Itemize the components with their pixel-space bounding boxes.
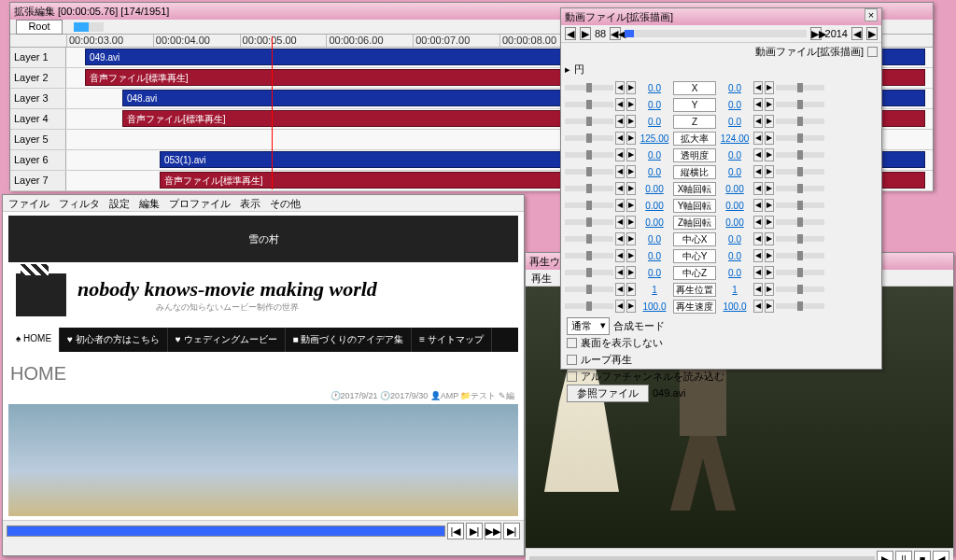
slider-left[interactable] <box>565 102 613 107</box>
slider-right[interactable] <box>776 186 824 191</box>
transport-button[interactable]: ▶▶ <box>485 523 501 539</box>
next-frame-icon[interactable]: ▶ <box>866 27 878 40</box>
param-name[interactable]: 再生速度 <box>673 300 716 314</box>
slider-right[interactable] <box>776 270 824 275</box>
layer-label[interactable]: Layer 1 <box>10 48 66 67</box>
inc-left-icon[interactable]: ▶ <box>626 283 636 296</box>
inc-right-icon[interactable]: ▶ <box>765 115 774 128</box>
dec-left-icon[interactable]: ◀ <box>615 266 625 279</box>
timeline-progress[interactable] <box>74 22 104 32</box>
dec-right-icon[interactable]: ◀ <box>753 182 763 195</box>
dec-right-icon[interactable]: ◀ <box>753 199 763 212</box>
ref-file-button[interactable]: 参照ファイル <box>567 385 649 402</box>
inc-left-icon[interactable]: ▶ <box>626 199 636 212</box>
dec-right-icon[interactable]: ◀ <box>753 266 763 279</box>
inc-left-icon[interactable]: ▶ <box>626 165 636 178</box>
menu-item[interactable]: 編集 <box>139 197 160 209</box>
layer-label[interactable]: Layer 2 <box>10 68 66 88</box>
slider-right[interactable] <box>776 253 824 259</box>
slider-left[interactable] <box>565 119 613 124</box>
dec-right-icon[interactable]: ◀ <box>753 148 763 161</box>
slider-left[interactable] <box>565 85 613 91</box>
slider-right[interactable] <box>776 219 824 225</box>
value-right[interactable]: 1 <box>718 285 752 295</box>
slider-right[interactable] <box>776 102 824 107</box>
inc-right-icon[interactable]: ▶ <box>765 266 774 279</box>
dec-left-icon[interactable]: ◀ <box>615 115 625 128</box>
slider-left[interactable] <box>565 169 613 175</box>
ruler-tick[interactable]: 00:00:04.00 <box>153 35 240 47</box>
value-left[interactable]: 125.00 <box>638 133 671 144</box>
dec-left-icon[interactable]: ◀ <box>615 148 625 161</box>
inc-left-icon[interactable]: ▶ <box>626 81 636 94</box>
param-name[interactable]: Y <box>673 98 716 112</box>
inc-right-icon[interactable]: ▶ <box>765 300 774 313</box>
param-name[interactable]: Y軸回転 <box>673 199 716 213</box>
value-left[interactable]: 0.00 <box>638 184 671 194</box>
value-right[interactable]: 0.00 <box>718 201 752 211</box>
param-name[interactable]: 中心Y <box>673 249 716 263</box>
value-right[interactable]: 0.0 <box>718 150 752 161</box>
param-name[interactable]: 中心X <box>673 232 716 246</box>
value-left[interactable]: 0.0 <box>638 100 671 110</box>
inc-left-icon[interactable]: ▶ <box>626 300 636 313</box>
param-name[interactable]: 縦横比 <box>673 165 716 179</box>
inc-right-icon[interactable]: ▶ <box>765 132 774 145</box>
slider-right[interactable] <box>776 236 824 242</box>
transport-button[interactable]: |◀ <box>447 523 464 539</box>
prev-frame-icon[interactable]: ◀ <box>565 27 576 40</box>
ruler-tick[interactable]: 00:00:05.00 <box>240 35 327 47</box>
dec-left-icon[interactable]: ◀ <box>615 249 625 262</box>
inc-left-icon[interactable]: ▶ <box>626 182 636 195</box>
inc-left-icon[interactable]: ▶ <box>626 249 636 262</box>
slider-left[interactable] <box>565 253 613 259</box>
dec-left-icon[interactable]: ◀ <box>615 182 625 195</box>
slider-left[interactable] <box>565 303 613 309</box>
value-left[interactable]: 0.0 <box>638 251 671 261</box>
slider-left[interactable] <box>565 152 613 158</box>
slider-left[interactable] <box>565 270 613 275</box>
dec-right-icon[interactable]: ◀ <box>753 283 763 296</box>
param-name[interactable]: Z <box>673 115 716 129</box>
value-left[interactable]: 0.0 <box>638 268 671 278</box>
nav-item[interactable]: ♥ 初心者の方はこちら <box>60 328 168 352</box>
param-name[interactable]: 中心Z <box>673 266 716 280</box>
dec-left-icon[interactable]: ◀ <box>615 132 625 145</box>
value-right[interactable]: 0.0 <box>718 117 752 127</box>
slider-right[interactable] <box>776 169 824 175</box>
dec-right-icon[interactable]: ◀ <box>753 232 763 245</box>
slider-right[interactable] <box>776 135 824 141</box>
transport-button[interactable]: ■ <box>914 551 931 561</box>
step-fwd-icon[interactable]: ▶▶ <box>810 27 822 40</box>
inc-right-icon[interactable]: ▶ <box>765 199 774 212</box>
slider-left[interactable] <box>565 236 613 242</box>
slider-right[interactable] <box>776 152 824 158</box>
layer-label[interactable]: Layer 5 <box>10 130 66 149</box>
close-icon[interactable]: × <box>865 8 878 21</box>
nav-item[interactable]: ≡ サイトマップ <box>412 328 492 352</box>
playback-seekbar[interactable] <box>529 556 875 561</box>
inc-right-icon[interactable]: ▶ <box>765 182 774 195</box>
value-right[interactable]: 100.0 <box>718 301 752 312</box>
dec-right-icon[interactable]: ◀ <box>753 132 763 145</box>
layer-label[interactable]: Layer 7 <box>10 171 66 190</box>
dec-left-icon[interactable]: ◀ <box>615 283 625 296</box>
tree-toggle-icon[interactable]: ▸ <box>565 63 570 76</box>
slider-right[interactable] <box>776 303 824 309</box>
slider-left[interactable] <box>565 135 613 141</box>
dec-right-icon[interactable]: ◀ <box>753 216 763 229</box>
ruler-tick[interactable]: 00:00:06.00 <box>326 35 413 47</box>
ruler-tick[interactable]: 00:00:03.00 <box>66 35 153 47</box>
transport-button[interactable]: || <box>895 551 912 561</box>
inc-left-icon[interactable]: ▶ <box>626 98 636 111</box>
inc-left-icon[interactable]: ▶ <box>626 266 636 279</box>
value-left[interactable]: 0.0 <box>638 117 671 127</box>
value-right[interactable]: 124.00 <box>718 133 752 144</box>
value-left[interactable]: 1 <box>638 285 671 295</box>
inc-left-icon[interactable]: ▶ <box>626 216 636 229</box>
value-right[interactable]: 0.0 <box>718 167 752 177</box>
param-name[interactable]: 透明度 <box>673 148 716 162</box>
inc-right-icon[interactable]: ▶ <box>765 98 774 111</box>
value-left[interactable]: 0.0 <box>638 234 671 245</box>
inc-right-icon[interactable]: ▶ <box>765 148 774 161</box>
